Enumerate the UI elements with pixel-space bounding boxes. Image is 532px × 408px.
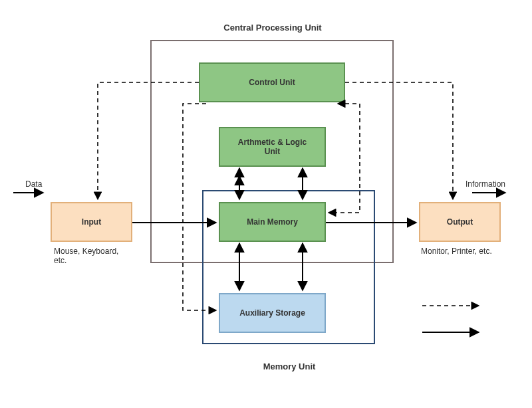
- input-sublabel: Mouse, Keyboard, etc.: [54, 247, 118, 265]
- aux-storage-label: Auxiliary Storage: [239, 308, 305, 318]
- information-label: Information: [466, 179, 505, 189]
- alu-block: Arthmetic & Logic Unit: [219, 127, 326, 167]
- control-unit-label: Control Unit: [249, 78, 295, 87]
- input-label: Input: [82, 217, 101, 227]
- aux-storage-block: Auxiliary Storage: [219, 293, 326, 333]
- ctrl-to-input: [98, 82, 199, 199]
- main-memory-block: Main Memory: [219, 202, 326, 242]
- memory-unit-title: Memory Unit: [239, 361, 339, 371]
- ctrl-to-mm: [329, 104, 360, 213]
- ctrl-to-output: [345, 82, 453, 199]
- output-block: Output: [419, 202, 501, 242]
- output-label: Output: [447, 217, 473, 227]
- output-sublabel: Monitor, Printer, etc.: [421, 247, 492, 256]
- input-block: Input: [51, 202, 132, 242]
- control-unit-block: Control Unit: [199, 62, 345, 102]
- alu-label: Arthmetic & Logic Unit: [238, 138, 307, 156]
- ctrl-to-aux: [183, 104, 216, 310]
- cpu-title: Central Processing Unit: [200, 23, 346, 33]
- main-memory-label: Main Memory: [247, 217, 298, 227]
- data-label: Data: [25, 179, 42, 189]
